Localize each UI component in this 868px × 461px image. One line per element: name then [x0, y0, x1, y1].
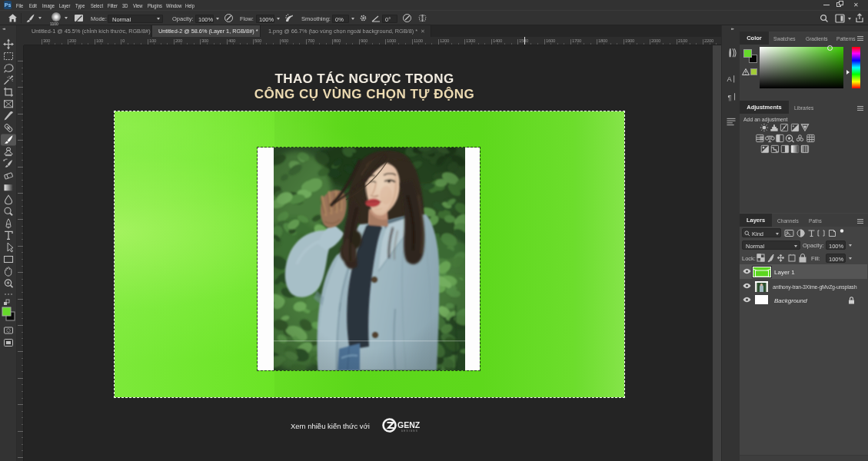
svg-text:DESIGNS: DESIGNS: [401, 429, 418, 433]
svg-text:¶: ¶: [727, 94, 731, 101]
svg-text:A: A: [727, 75, 732, 83]
svg-text:GENZ: GENZ: [397, 420, 421, 429]
